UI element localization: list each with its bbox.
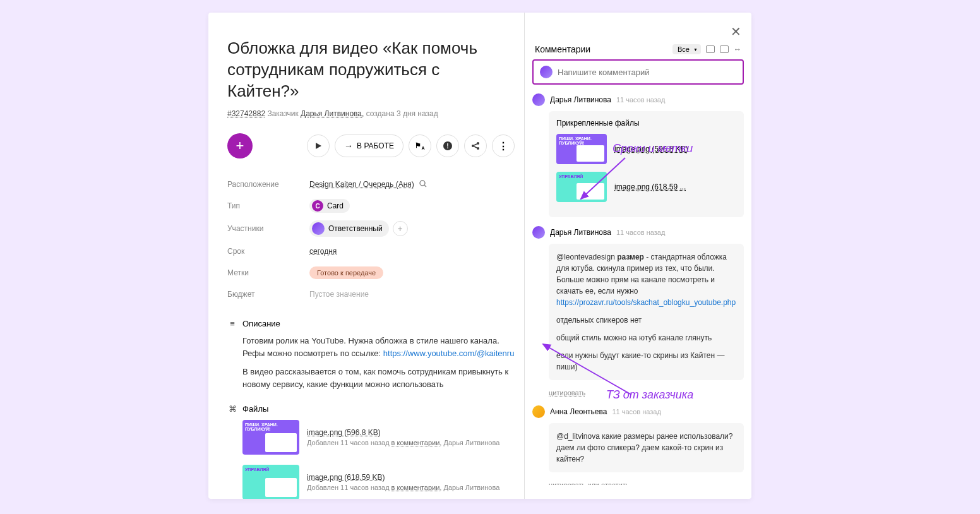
members-label: Участники xyxy=(227,224,309,233)
files-heading: ⌘ Файлы xyxy=(227,404,515,414)
view-toggle-2[interactable] xyxy=(720,45,729,53)
due-label: Срок xyxy=(227,247,309,256)
file-name-link[interactable]: image.png (596.8 KB) xyxy=(307,428,499,437)
attachment-link[interactable]: image.png (618.59 ... xyxy=(614,182,686,191)
file-item: УПРАВЛЯЙ image.png (618.59 KB) Добавлен … xyxy=(227,465,515,499)
task-meta: #32742882 Заказчик Дарья Литвинова, созд… xyxy=(227,109,515,118)
file-item: ПИШИ. ХРАНИ. ПУБЛИКУЙ! image.png (596.8 … xyxy=(227,420,515,455)
comment-header: Дарья Литвинова 11 часов назад xyxy=(532,226,744,239)
avatar xyxy=(540,66,553,78)
quote-reply-links: цитировать или ответить xyxy=(549,481,744,485)
file-meta: Добавлен 11 часов назад в комментарии, Д… xyxy=(307,484,499,491)
attachment-row: ПИШИ. ХРАНИ. ПУБЛИКУЙ! image.png (596.8 … xyxy=(556,134,736,164)
task-toolbar: + → В РАБОТЕ ⚑A ! ⋮ xyxy=(227,133,515,158)
flag-icon: ⚑A xyxy=(415,141,424,150)
task-title: Обложка для видео «Как помочь сотрудника… xyxy=(227,38,515,102)
alert-icon: ! xyxy=(443,141,452,150)
file-meta: Добавлен 11 часов назад в комментарии, Д… xyxy=(307,439,499,446)
search-icon[interactable] xyxy=(419,179,427,190)
task-main-panel: Обложка для видео «Как помочь сотрудника… xyxy=(208,13,524,499)
comment-input-wrapper[interactable] xyxy=(532,59,744,85)
customer-link[interactable]: Дарья Литвинова, xyxy=(301,109,364,118)
svg-point-2 xyxy=(477,147,479,150)
type-chip[interactable]: CCard xyxy=(309,199,350,213)
location-value[interactable]: Design Kaiten / Очередь (Аня) xyxy=(309,180,414,189)
description-icon: ≡ xyxy=(227,319,237,328)
expand-icon[interactable]: ↔ xyxy=(734,45,741,54)
comments-list: Дарья Литвинова 11 часов назад Прикрепле… xyxy=(525,93,751,485)
comment-body: @d_litvinova какие размеры ранее использ… xyxy=(549,423,744,472)
description-p1: Готовим ролик на YouTube. Нужна обложка … xyxy=(227,335,515,359)
budget-value[interactable]: Пустое значение xyxy=(309,290,369,299)
more-button[interactable]: ⋮ xyxy=(492,134,515,157)
svg-point-0 xyxy=(477,142,479,145)
comment-header: Дарья Литвинова 11 часов назад xyxy=(532,93,744,106)
file-thumb[interactable]: УПРАВЛЯЙ xyxy=(242,465,299,499)
comment-time: 11 часов назад xyxy=(616,96,665,104)
comment-author: Дарья Литвинова xyxy=(550,228,611,237)
attachment-icon: ⌘ xyxy=(227,404,237,414)
members-chip[interactable]: Ответственный xyxy=(309,220,389,237)
quote-link[interactable]: цитировать xyxy=(549,481,585,485)
youtube-link[interactable]: https://www.youtube.com/@kaitenru xyxy=(383,349,515,358)
external-link[interactable]: https://prozavr.ru/tools/skachat_oblogku… xyxy=(556,298,736,307)
svg-point-3 xyxy=(420,181,425,186)
task-id-link[interactable]: #32742882 xyxy=(227,109,265,118)
add-member-button[interactable]: + xyxy=(393,221,408,236)
comment-input[interactable] xyxy=(558,68,736,77)
attachment-thumb[interactable]: ПИШИ. ХРАНИ. ПУБЛИКУЙ! xyxy=(556,134,607,164)
task-card-window: Обложка для видео «Как помочь сотрудника… xyxy=(208,13,751,499)
attachment-thumb[interactable]: УПРАВЛЯЙ xyxy=(556,172,607,202)
comment-header: Анна Леонтьева 11 часов назад xyxy=(532,405,744,418)
share-icon xyxy=(471,141,480,150)
comment-author: Дарья Литвинова xyxy=(550,95,611,104)
comment-body: @leontevadesign размер - стандартная обл… xyxy=(549,244,744,380)
comments-panel: ✕ Комментарии Все ↔ Дарья Литвинова 11 ч… xyxy=(524,13,751,499)
svg-point-1 xyxy=(472,145,474,147)
type-label: Тип xyxy=(227,201,309,210)
play-icon xyxy=(314,142,322,150)
add-button[interactable]: + xyxy=(227,133,253,158)
due-value[interactable]: сегодня xyxy=(309,247,337,256)
avatar xyxy=(532,226,545,239)
comment-time: 11 часов назад xyxy=(612,408,660,415)
budget-label: Бюджет xyxy=(227,290,309,299)
reply-link[interactable]: ответить xyxy=(601,481,629,485)
avatar xyxy=(532,405,545,418)
share-button[interactable] xyxy=(464,134,487,157)
comment-time: 11 часов назад xyxy=(616,229,665,236)
attachments-title: Прикрепленные файлы xyxy=(556,119,736,128)
tags-label: Метки xyxy=(227,268,309,277)
quote-link[interactable]: цитировать xyxy=(549,389,744,397)
avatar xyxy=(532,93,545,106)
close-button[interactable]: ✕ xyxy=(731,24,741,39)
comments-filter-bar: Все ↔ xyxy=(672,44,741,54)
description-p2: В видео рассказывается о том, как помочь… xyxy=(227,366,515,390)
avatar xyxy=(312,222,325,235)
play-button[interactable] xyxy=(307,134,330,157)
alert-button[interactable]: ! xyxy=(436,134,459,157)
comment-author: Анна Леонтьева xyxy=(550,407,607,416)
file-name-link[interactable]: image.png (618.59 KB) xyxy=(307,473,499,482)
location-label: Расположение xyxy=(227,180,309,189)
comments-heading: Комментарии xyxy=(535,44,590,54)
more-icon: ⋮ xyxy=(498,140,508,152)
status-button[interactable]: → В РАБОТЕ xyxy=(335,134,403,157)
view-toggle-1[interactable] xyxy=(706,45,715,53)
comment-body: Прикрепленные файлы ПИШИ. ХРАНИ. ПУБЛИКУ… xyxy=(549,111,744,217)
file-thumb[interactable]: ПИШИ. ХРАНИ. ПУБЛИКУЙ! xyxy=(242,420,299,455)
filter-all-dropdown[interactable]: Все xyxy=(672,44,701,54)
attachment-row: УПРАВЛЯЙ image.png (618.59 ... xyxy=(556,172,736,202)
flag-button[interactable]: ⚑A xyxy=(409,134,431,157)
description-heading: ≡ Описание xyxy=(227,319,515,328)
tag-ready[interactable]: Готово к передаче xyxy=(309,266,383,279)
attachment-link[interactable]: image.png (596.8 KB) xyxy=(614,145,688,153)
